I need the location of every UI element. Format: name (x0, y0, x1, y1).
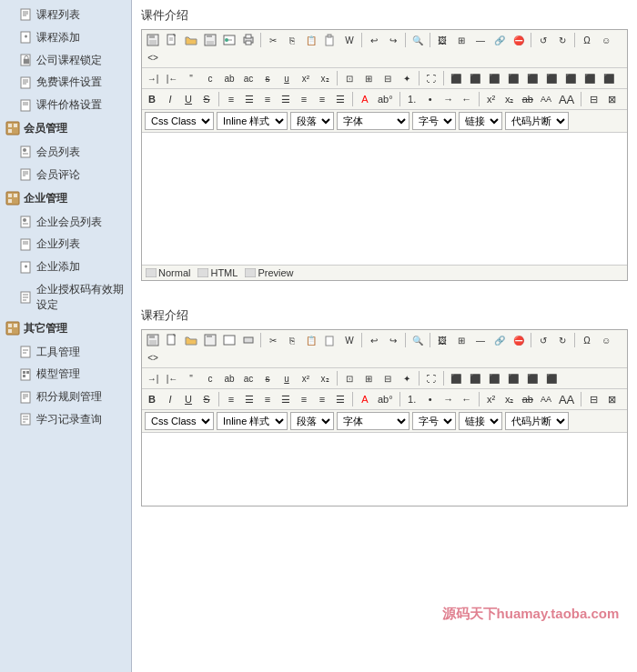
editor1-html-btn[interactable]: HTML (197, 267, 238, 278)
editor2-undo-btn[interactable]: ↩ (365, 332, 383, 348)
editor1-table2-btn[interactable]: ⊡ (340, 70, 359, 86)
editor2-e5-btn[interactable]: ⬛ (523, 370, 541, 386)
editor1-sup2-btn[interactable]: x² (483, 91, 500, 107)
editor1-link-select[interactable]: 链接 (459, 112, 502, 130)
editor1-font-select[interactable]: 字体 (337, 112, 410, 130)
sidebar-item-member-review[interactable]: 会员评论 (0, 164, 131, 186)
editor2-strike-btn[interactable]: S (198, 391, 215, 407)
editor2-border1-btn[interactable]: ⊟ (585, 391, 602, 407)
editor2-copy-btn[interactable]: ⎘ (283, 332, 301, 348)
editor2-img-btn[interactable]: 🖼 (433, 332, 451, 348)
editor2-selectall-btn[interactable]: ⊞ (359, 370, 378, 386)
editor2-sub2-btn[interactable]: x₂ (501, 391, 518, 407)
editor1-extra3-btn[interactable]: ⬛ (485, 70, 503, 86)
editor2-align-center-btn[interactable]: ☰ (241, 391, 258, 407)
editor1-fontcolor-btn[interactable]: A (357, 91, 373, 107)
editor1-align5-btn[interactable]: ≡ (296, 91, 312, 107)
editor1-outdent-btn[interactable]: |← (163, 70, 181, 86)
editor1-list-ordered-btn[interactable]: 1. (404, 91, 420, 107)
editor2-e3-btn[interactable]: ⬛ (485, 370, 503, 386)
sidebar-item-enterprise-list[interactable]: 企业列表 (0, 233, 131, 256)
editor2-link-select[interactable]: 链接 (459, 412, 502, 430)
editor1-table-btn[interactable]: ⊞ (452, 32, 470, 48)
editor1-align-right-btn[interactable]: ≡ (259, 91, 276, 107)
editor1-selectall-btn[interactable]: ⊞ (359, 70, 378, 86)
editor1-hr-btn[interactable]: — (471, 32, 490, 48)
editor2-sub-btn[interactable]: x₂ (316, 370, 334, 386)
editor2-e2-btn[interactable]: ⬛ (466, 370, 484, 386)
editor1-cssclass-select[interactable]: Css Class (145, 112, 214, 130)
editor2-e4-btn[interactable]: ⬛ (504, 370, 522, 386)
editor1-sub2-btn[interactable]: x₂ (501, 91, 518, 107)
editor1-italic-btn[interactable]: I (162, 91, 178, 107)
editor2-strike2-btn[interactable]: ab (520, 391, 536, 407)
editor2-indent-btn[interactable]: →| (144, 370, 162, 386)
editor1-unlink-btn[interactable]: ⛔ (510, 32, 528, 48)
editor1-extra5-btn[interactable]: ⬛ (523, 70, 541, 86)
editor1-preview-btn[interactable]: Preview (245, 267, 293, 278)
editor1-paste-text-btn[interactable] (321, 32, 339, 48)
sidebar-item-tools-management[interactable]: 工具管理 (0, 341, 131, 364)
editor1-link-btn[interactable]: 🔗 (490, 32, 509, 48)
sidebar-item-enterprise-member-list[interactable]: 企业会员列表 (0, 211, 131, 234)
editor1-special-btn[interactable]: Ω (578, 32, 596, 48)
editor2-inlinestyle-select[interactable]: Inline 样式 (217, 412, 288, 430)
editor1-del-btn[interactable]: s (258, 70, 277, 86)
editor2-paste-text-btn[interactable] (321, 332, 339, 348)
editor2-del-btn[interactable]: s (258, 370, 277, 386)
editor2-redo-btn[interactable]: ↪ (384, 332, 402, 348)
sidebar-item-points-rule[interactable]: 积分规则管理 (0, 386, 131, 408)
editor2-smiley-btn[interactable]: ☺ (597, 332, 615, 348)
editor2-align7-btn[interactable]: ☰ (332, 391, 349, 407)
editor1-align-left-btn[interactable]: ≡ (223, 91, 239, 107)
editor2-e6-btn[interactable]: ⬛ (542, 370, 561, 386)
sidebar-item-course-list[interactable]: 课程列表 (0, 4, 131, 26)
editor2-bold-btn[interactable]: B (144, 391, 160, 407)
editor2-border2-btn[interactable]: ⊠ (603, 391, 620, 407)
editor2-save-btn[interactable] (144, 332, 162, 348)
editor2-blockquote-btn[interactable]: " (182, 370, 200, 386)
editor1-blockquote-btn[interactable]: " (182, 70, 200, 86)
sidebar-item-enterprise-add[interactable]: 企业添加 (0, 256, 131, 278)
editor1-extra1-btn[interactable]: ⬛ (447, 70, 465, 86)
editor2-visual-btn[interactable]: ⊟ (379, 370, 397, 386)
editor1-body[interactable] (142, 133, 627, 265)
editor1-undo-btn[interactable]: ↩ (365, 32, 383, 48)
editor1-extra2-btn[interactable]: ⬛ (466, 70, 484, 86)
editor1-new-btn[interactable] (163, 32, 181, 48)
editor2-align-right-btn[interactable]: ≡ (259, 391, 276, 407)
editor2-cite-btn[interactable]: c (201, 370, 219, 386)
editor2-abbr-btn[interactable]: ab (220, 370, 238, 386)
editor2-fontcolor-btn[interactable]: A (357, 391, 373, 407)
editor2-italic-btn[interactable]: I (162, 391, 178, 407)
editor1-sub-btn[interactable]: x₂ (316, 70, 334, 86)
editor2-table-btn[interactable]: ⊞ (452, 332, 470, 348)
editor2-ins-btn[interactable]: u (278, 370, 296, 386)
editor2-outdent-btn[interactable]: |← (163, 370, 181, 386)
editor1-paste-btn[interactable]: 📋 (302, 32, 320, 48)
editor1-align6-btn[interactable]: ≡ (314, 91, 330, 107)
editor1-fontsz-btn[interactable]: AA (538, 91, 554, 107)
editor1-paragraph-select[interactable]: 段落 (290, 112, 334, 130)
editor2-align-justify-btn[interactable]: ☰ (278, 391, 294, 407)
editor2-cut-btn[interactable]: ✂ (264, 332, 282, 348)
editor2-align5-btn[interactable]: ≡ (296, 391, 312, 407)
editor1-bgcolor-btn[interactable]: ab° (375, 91, 396, 107)
editor1-inlinestyle-select[interactable]: Inline 样式 (217, 112, 288, 130)
editor1-preview-btn[interactable] (220, 32, 238, 48)
editor1-sup-btn[interactable]: x² (297, 70, 315, 86)
editor2-paste-btn[interactable]: 📋 (302, 332, 320, 348)
sidebar-item-course-add[interactable]: 课程添加 (0, 26, 131, 49)
editor2-acronym-btn[interactable]: ac (239, 370, 258, 386)
editor1-code-select[interactable]: 代码片断 (505, 112, 569, 130)
editor2-underline-btn[interactable]: U (180, 391, 197, 407)
editor1-abbr-btn[interactable]: ab (220, 70, 238, 86)
editor1-img-btn[interactable]: 🖼 (433, 32, 451, 48)
editor2-preview-btn[interactable] (220, 332, 238, 348)
editor2-fullscreen-btn[interactable]: ⛶ (422, 370, 440, 386)
editor1-save-btn[interactable] (144, 32, 162, 48)
editor2-sup-btn[interactable]: x² (297, 370, 315, 386)
editor2-size-select[interactable]: 字号 (412, 412, 456, 430)
editor2-redo2-btn[interactable]: ↻ (553, 332, 571, 348)
editor2-save2-btn[interactable] (201, 332, 219, 348)
